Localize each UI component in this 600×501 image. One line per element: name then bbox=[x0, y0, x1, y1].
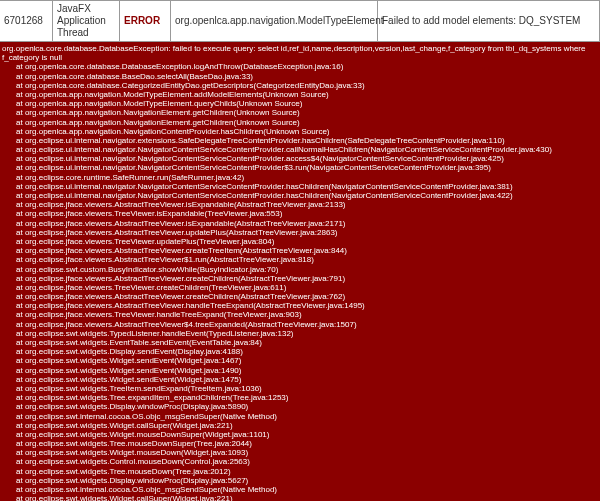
log-id: 6701268 bbox=[4, 15, 43, 27]
stack-trace-line: at org.eclipse.swt.widgets.Tree.expandIt… bbox=[2, 393, 598, 402]
stack-trace-line: at org.eclipse.jface.viewers.AbstractTre… bbox=[2, 246, 598, 255]
stack-trace-line: at org.eclipse.jface.viewers.AbstractTre… bbox=[2, 301, 598, 310]
stack-trace-line: at org.eclipse.swt.widgets.Control.mouse… bbox=[2, 457, 598, 466]
log-message: Failed to add model elements: DQ_SYSTEM bbox=[382, 15, 580, 27]
stack-trace-line: at org.eclipse.swt.internal.cocoa.OS.obj… bbox=[2, 485, 598, 494]
stack-trace-line: at org.eclipse.swt.widgets.Display.windo… bbox=[2, 476, 598, 485]
stack-trace-line: at org.eclipse.jface.viewers.AbstractTre… bbox=[2, 320, 598, 329]
stack-trace-line: at org.openlca.app.navigation.Navigation… bbox=[2, 118, 598, 127]
stack-trace-line: at org.eclipse.swt.custom.BusyIndicator.… bbox=[2, 265, 598, 274]
stack-trace-line: at org.openlca.core.database.DatabaseExc… bbox=[2, 62, 598, 71]
stack-trace-line: at org.eclipse.jface.viewers.AbstractTre… bbox=[2, 274, 598, 283]
stack-trace-line: at org.openlca.app.navigation.Navigation… bbox=[2, 108, 598, 117]
log-level: ERROR bbox=[124, 15, 160, 27]
stack-trace-line: at org.eclipse.ui.internal.navigator.Nav… bbox=[2, 145, 598, 154]
stack-trace-line: at org.eclipse.swt.widgets.Tree.mouseDow… bbox=[2, 439, 598, 448]
stack-trace-line: at org.eclipse.jface.viewers.AbstractTre… bbox=[2, 255, 598, 264]
log-message-cell: Failed to add model elements: DQ_SYSTEM bbox=[378, 1, 600, 41]
stack-trace-line: at org.eclipse.swt.widgets.Tree.mouseDow… bbox=[2, 467, 598, 476]
stack-trace-line: at org.eclipse.swt.widgets.Widget.sendEv… bbox=[2, 366, 598, 375]
stack-trace-line: at org.eclipse.swt.widgets.Widget.sendEv… bbox=[2, 375, 598, 384]
log-logger: org.openlca.app.navigation.ModelTypeElem… bbox=[175, 15, 383, 27]
stack-trace-line: at org.eclipse.ui.internal.navigator.Nav… bbox=[2, 154, 598, 163]
stack-trace-line: at org.eclipse.jface.viewers.AbstractTre… bbox=[2, 228, 598, 237]
stack-trace-line: at org.openlca.app.navigation.Navigation… bbox=[2, 127, 598, 136]
stack-trace-line: at org.eclipse.swt.widgets.Widget.callSu… bbox=[2, 494, 598, 501]
log-thread-cell: JavaFX Application Thread bbox=[53, 1, 120, 41]
stack-trace-line: at org.eclipse.ui.internal.navigator.Nav… bbox=[2, 163, 598, 172]
stack-trace-panel[interactable]: org.openlca.core.database.DatabaseExcept… bbox=[0, 42, 600, 501]
stack-trace-line: at org.eclipse.jface.viewers.TreeViewer.… bbox=[2, 209, 598, 218]
stack-trace-line: at org.eclipse.ui.internal.navigator.Nav… bbox=[2, 182, 598, 191]
stack-trace-line: at org.openlca.app.navigation.ModelTypeE… bbox=[2, 90, 598, 99]
stack-trace-line: at org.eclipse.swt.widgets.Widget.mouseD… bbox=[2, 448, 598, 457]
stack-trace-line: at org.eclipse.jface.viewers.AbstractTre… bbox=[2, 292, 598, 301]
stack-trace-line: at org.eclipse.jface.viewers.AbstractTre… bbox=[2, 219, 598, 228]
stack-trace-line: at org.eclipse.jface.viewers.TreeViewer.… bbox=[2, 310, 598, 319]
stack-trace-line: at org.eclipse.swt.widgets.Display.windo… bbox=[2, 402, 598, 411]
stack-trace-line: at org.eclipse.jface.viewers.TreeViewer.… bbox=[2, 283, 598, 292]
log-id-cell: 6701268 bbox=[0, 1, 53, 41]
log-header-row: 6701268 JavaFX Application Thread ERROR … bbox=[0, 0, 600, 42]
stack-trace-line: at org.eclipse.jface.viewers.TreeViewer.… bbox=[2, 237, 598, 246]
stack-trace-line: at org.eclipse.ui.internal.navigator.ext… bbox=[2, 136, 598, 145]
stack-trace-line: at org.eclipse.swt.widgets.Widget.callSu… bbox=[2, 421, 598, 430]
stack-trace-line: at org.openlca.app.navigation.ModelTypeE… bbox=[2, 99, 598, 108]
stack-trace-line: at org.eclipse.swt.widgets.Widget.mouseD… bbox=[2, 430, 598, 439]
log-thread: JavaFX Application Thread bbox=[57, 3, 115, 39]
log-level-cell: ERROR bbox=[120, 1, 171, 41]
stack-trace-line: at org.openlca.core.database.Categorized… bbox=[2, 81, 598, 90]
log-logger-cell: org.openlca.app.navigation.ModelTypeElem… bbox=[171, 1, 378, 41]
stack-trace-exception: org.openlca.core.database.DatabaseExcept… bbox=[2, 44, 598, 62]
stack-trace-line: at org.eclipse.jface.viewers.AbstractTre… bbox=[2, 200, 598, 209]
stack-trace-line: at org.eclipse.swt.widgets.TreeItem.send… bbox=[2, 384, 598, 393]
stack-trace-line: at org.eclipse.ui.internal.navigator.Nav… bbox=[2, 191, 598, 200]
stack-trace-line: at org.eclipse.swt.widgets.Widget.sendEv… bbox=[2, 356, 598, 365]
stack-trace-line: at org.eclipse.swt.widgets.TypedListener… bbox=[2, 329, 598, 338]
stack-trace-line: at org.eclipse.swt.internal.cocoa.OS.obj… bbox=[2, 412, 598, 421]
stack-trace-line: at org.eclipse.swt.widgets.EventTable.se… bbox=[2, 338, 598, 347]
stack-trace-line: at org.eclipse.core.runtime.SafeRunner.r… bbox=[2, 173, 598, 182]
stack-trace-line: at org.openlca.core.database.BaseDao.sel… bbox=[2, 72, 598, 81]
stack-trace-line: at org.eclipse.swt.widgets.Display.sendE… bbox=[2, 347, 598, 356]
